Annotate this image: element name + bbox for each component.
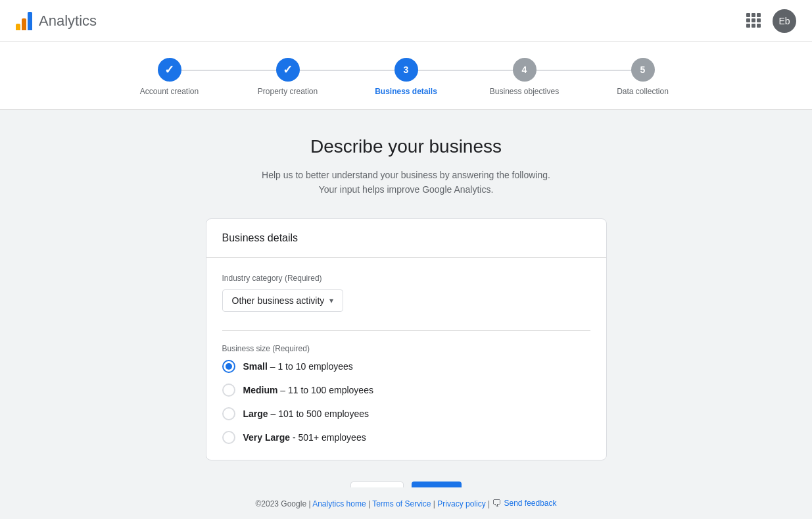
size-large-bold: Large [243,408,268,419]
app-title: Analytics [39,12,97,30]
size-large-option[interactable]: Large – 101 to 500 employees [222,407,590,420]
size-small-desc: – 1 to 10 employees [270,361,353,372]
step-business-objectives: 4 Business objectives [466,58,584,96]
analytics-home-link[interactable]: Analytics home [312,499,366,508]
check-icon-1: ✓ [164,62,174,77]
page-title: Describe your business [310,136,502,157]
business-details-card: Business details Industry category (Requ… [206,218,607,460]
step-label-2: Property creation [258,87,318,96]
radio-very-large-outer [222,431,235,444]
size-radio-group: Small – 1 to 10 employees Medium – 11 to… [222,360,590,444]
subtitle-line2: Your input helps improve Google Analytic… [319,184,494,195]
logo-bar-1 [16,24,20,30]
industry-label: Industry category (Required) [222,274,590,283]
dropdown-arrow-icon: ▾ [329,296,333,305]
step-label-1: Account creation [140,87,199,96]
step-number-5: 5 [640,64,646,75]
radio-medium-outer [222,383,235,397]
footer: ©2023 Google | Analytics home | Terms of… [0,487,812,519]
feedback-icon: 🗨 [492,498,501,508]
main-content: Describe your business Help us to better… [0,110,812,519]
card-body: Industry category (Required) Other busin… [206,258,606,460]
analytics-logo [16,12,32,30]
stepper: ✓ Account creation ✓ Property creation 3… [110,58,702,96]
size-small-label: Small – 1 to 10 employees [243,361,353,372]
size-label: Business size (Required) [222,344,590,353]
card-header: Business details [206,219,606,258]
header-right: Eb [746,9,796,33]
size-large-label: Large – 101 to 500 employees [243,408,369,419]
feedback-section: 🗨 Send feedback [492,498,556,508]
radio-small-inner [226,363,232,370]
size-medium-bold: Medium [243,385,278,395]
step-circle-1: ✓ [158,58,181,82]
card-header-title: Business details [222,232,299,243]
step-label-3: Business details [375,87,437,96]
step-number-3: 3 [404,64,409,75]
check-icon-2: ✓ [283,62,293,77]
size-small-bold: Small [243,361,268,372]
radio-small-outer [222,360,235,373]
step-property-creation: ✓ Property creation [229,58,347,96]
step-data-collection: 5 Data collection [584,58,702,96]
step-circle-3: 3 [394,58,418,82]
size-very-large-bold: Very Large [243,432,291,443]
header: Analytics Eb [0,0,812,42]
privacy-policy-link[interactable]: Privacy policy [437,499,485,508]
size-very-large-desc: - 501+ employees [293,432,366,443]
step-label-4: Business objectives [490,87,559,96]
step-business-details: 3 Business details [347,58,466,96]
industry-selected-value: Other business activity [232,295,325,306]
terms-of-service-link[interactable]: Terms of Service [372,499,431,508]
step-number-4: 4 [522,64,527,75]
step-label-5: Data collection [617,87,669,96]
logo-bar-3 [28,12,32,30]
stepper-container: ✓ Account creation ✓ Property creation 3… [0,42,812,110]
step-circle-4: 4 [513,58,537,82]
apps-grid-icon[interactable] [746,13,762,29]
size-large-desc: – 101 to 500 employees [271,408,369,419]
industry-dropdown[interactable]: Other business activity ▾ [222,289,344,312]
step-circle-5: 5 [631,58,655,82]
step-account-creation: ✓ Account creation [110,58,229,96]
size-small-option[interactable]: Small – 1 to 10 employees [222,360,590,373]
subtitle-line1: Help us to better understand your busine… [262,170,550,180]
send-feedback-link[interactable]: Send feedback [504,499,556,508]
size-medium-label: Medium – 11 to 100 employees [243,385,373,395]
step-circle-2: ✓ [276,58,300,82]
header-left: Analytics [16,12,97,30]
radio-large-outer [222,407,235,420]
user-avatar[interactable]: Eb [773,9,796,33]
copyright: ©2023 Google [255,499,306,508]
size-very-large-label: Very Large - 501+ employees [243,432,366,443]
section-divider [222,330,590,331]
size-very-large-option[interactable]: Very Large - 501+ employees [222,431,590,444]
size-medium-desc: – 11 to 100 employees [280,385,373,395]
page-subtitle: Help us to better understand your busine… [262,168,550,197]
size-medium-option[interactable]: Medium – 11 to 100 employees [222,383,590,397]
logo-bar-2 [22,18,26,30]
